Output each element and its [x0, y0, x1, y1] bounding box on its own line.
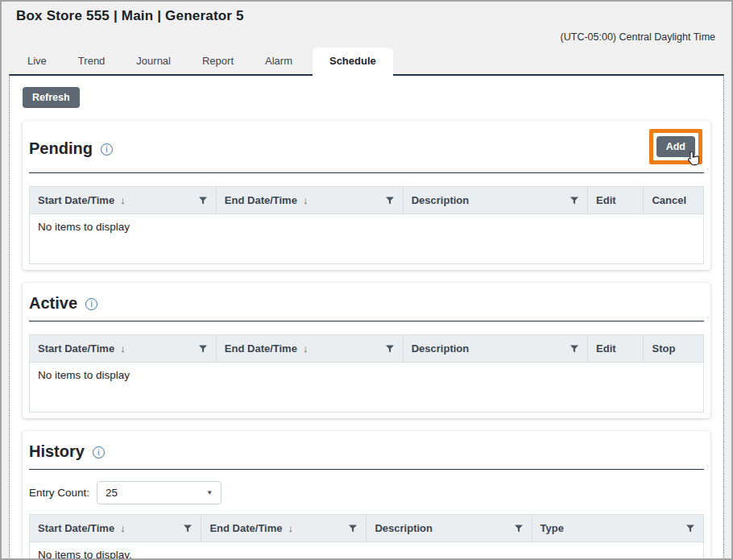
column-label: Start Date/Time: [38, 194, 114, 206]
empty-message: No items to display.: [30, 542, 704, 560]
pending-col-cancel: Cancel: [644, 187, 704, 214]
history-col-type[interactable]: Type: [532, 515, 703, 542]
sort-desc-icon[interactable]: ↓: [303, 342, 309, 355]
pending-section: Pending i Add Start Date/Time ↓: [23, 121, 710, 270]
history-empty-row: No items to display.: [30, 542, 704, 560]
info-icon[interactable]: i: [101, 143, 113, 156]
info-icon[interactable]: i: [93, 446, 105, 458]
active-col-start[interactable]: Start Date/Time ↓: [30, 335, 217, 363]
entry-count-label: Entry Count:: [29, 487, 89, 499]
tab-alarm[interactable]: Alarm: [254, 48, 304, 74]
refresh-button[interactable]: Refresh: [23, 87, 80, 108]
column-label: End Date/Time: [209, 522, 282, 534]
filter-icon[interactable]: [198, 344, 208, 354]
pending-header-row: Pending i Add: [29, 129, 704, 172]
entry-count-select[interactable]: 25 ▼: [97, 481, 222, 504]
pending-col-end[interactable]: End Date/Time ↓: [216, 187, 403, 214]
tab-live[interactable]: Live: [16, 48, 58, 74]
history-table: Start Date/Time ↓ End Date/Time ↓ Descri…: [29, 514, 704, 560]
sort-desc-icon[interactable]: ↓: [303, 194, 309, 206]
column-label: Description: [412, 342, 470, 355]
pending-col-description[interactable]: Description: [403, 187, 587, 214]
empty-message: No items to display: [30, 214, 704, 264]
schedule-panel: Refresh Pending i Add Start Date/Time: [9, 74, 724, 560]
column-label: End Date/Time: [225, 194, 297, 206]
history-header-row: History i: [29, 439, 704, 469]
section-divider: [29, 321, 704, 321]
info-icon[interactable]: i: [85, 298, 97, 310]
hand-pointer-cursor-icon: [685, 151, 701, 167]
sort-desc-icon[interactable]: ↓: [120, 194, 126, 206]
tab-journal[interactable]: Journal: [125, 48, 182, 74]
column-label: Type: [540, 522, 564, 534]
filter-icon[interactable]: [569, 196, 579, 205]
sort-desc-icon[interactable]: ↓: [288, 522, 293, 534]
active-col-description[interactable]: Description: [403, 335, 587, 363]
filter-icon[interactable]: [385, 344, 395, 354]
pending-col-start[interactable]: Start Date/Time ↓: [30, 187, 217, 214]
column-label: Description: [375, 522, 433, 534]
active-title: Active: [29, 294, 77, 313]
timezone-label: (UTC-05:00) Central Daylight Time: [16, 31, 717, 43]
history-section: History i Entry Count: 25 ▼ Start Date/T…: [23, 431, 710, 560]
page-header: Box Store 555 | Main | Generator 5 (UTC-…: [2, 2, 731, 43]
active-col-end[interactable]: End Date/Time ↓: [216, 335, 403, 363]
column-label: Description: [412, 194, 470, 206]
add-button-highlight: Add: [649, 129, 702, 164]
tab-report[interactable]: Report: [191, 48, 245, 74]
entry-count-row: Entry Count: 25 ▼: [29, 481, 704, 504]
active-header-row: Active i: [29, 291, 704, 321]
active-table-header: Start Date/Time ↓ End Date/Time ↓ Descri…: [30, 335, 704, 363]
filter-icon[interactable]: [198, 196, 208, 205]
section-divider: [29, 172, 704, 173]
sort-desc-icon[interactable]: ↓: [120, 342, 126, 355]
tab-schedule[interactable]: Schedule: [313, 48, 393, 76]
filter-icon[interactable]: [569, 344, 579, 354]
history-table-header: Start Date/Time ↓ End Date/Time ↓ Descri…: [30, 515, 704, 542]
entry-count-value: 25: [106, 487, 118, 499]
active-section: Active i Start Date/Time ↓ End Date/Time…: [23, 283, 710, 418]
pending-empty-row: No items to display: [30, 214, 704, 264]
history-col-start[interactable]: Start Date/Time ↓: [30, 515, 201, 542]
filter-icon[interactable]: [183, 524, 193, 533]
filter-icon[interactable]: [385, 196, 395, 205]
page-title: Box Store 555 | Main | Generator 5: [16, 8, 717, 24]
column-label: End Date/Time: [225, 342, 297, 355]
column-label: Start Date/Time: [38, 342, 114, 355]
pending-table: Start Date/Time ↓ End Date/Time ↓ Descri…: [29, 186, 704, 264]
column-label: Start Date/Time: [38, 522, 114, 534]
history-col-end[interactable]: End Date/Time ↓: [201, 515, 366, 542]
tab-strip: Live Trend Journal Report Alarm Schedule: [2, 43, 731, 74]
active-col-edit: Edit: [588, 335, 644, 363]
filter-icon[interactable]: [348, 524, 358, 533]
history-col-description[interactable]: Description: [366, 515, 532, 542]
active-table: Start Date/Time ↓ End Date/Time ↓ Descri…: [29, 334, 704, 413]
section-divider: [29, 469, 704, 470]
active-col-stop: Stop: [644, 335, 704, 363]
pending-col-edit: Edit: [588, 187, 644, 214]
pending-title: Pending: [29, 139, 93, 158]
sort-desc-icon[interactable]: ↓: [120, 522, 126, 534]
active-empty-row: No items to display: [30, 363, 704, 413]
history-title: History: [29, 442, 85, 461]
pending-table-header: Start Date/Time ↓ End Date/Time ↓ Descri…: [30, 187, 704, 214]
chevron-down-icon: ▼: [206, 489, 213, 496]
filter-icon[interactable]: [685, 524, 695, 533]
empty-message: No items to display: [30, 363, 704, 413]
tab-trend[interactable]: Trend: [67, 48, 116, 74]
filter-icon[interactable]: [514, 524, 524, 533]
